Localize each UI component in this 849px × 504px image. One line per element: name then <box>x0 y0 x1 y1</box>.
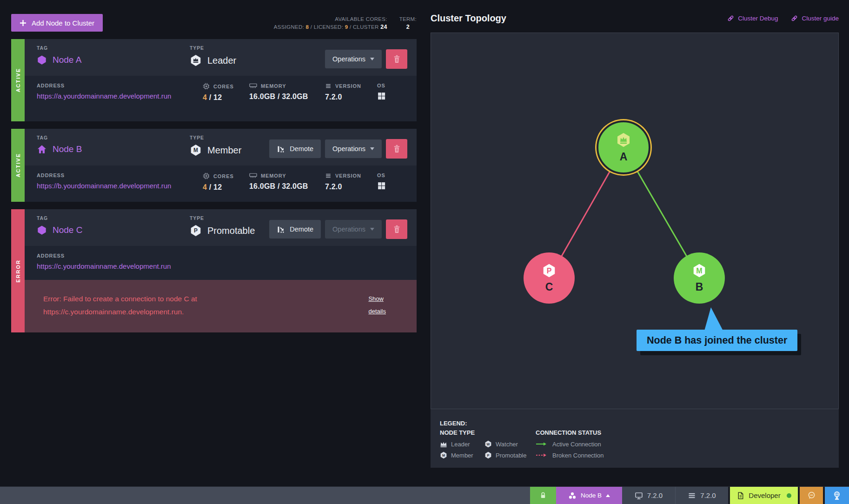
node-card-header: TAG Node C TYPE P P <box>25 209 417 246</box>
demote-icon <box>277 145 285 153</box>
cluster-debug-link[interactable]: Cluster Debug <box>727 15 778 22</box>
legend-item-promotable: P Promotable <box>484 451 526 459</box>
node-card-a: ACTIVE TAG Node A TYPE <box>11 39 417 121</box>
node-type: Promotable <box>207 225 255 236</box>
delete-node-button[interactable] <box>386 49 407 69</box>
version-value: 7.2.0 <box>325 93 377 101</box>
license-indicator[interactable]: Developer <box>730 487 798 504</box>
tag-column: TAG Node B <box>37 135 190 154</box>
term-summary: TERM: 2 <box>399 15 417 31</box>
server-version-indicator[interactable]: 7.2.0 <box>675 487 728 504</box>
topology-legend: LEGEND: NODE TYPE Leader W Watcher <box>431 409 839 468</box>
broken-connection-arrow-icon <box>536 453 547 458</box>
demote-button[interactable]: Demote <box>269 139 321 158</box>
cores-value: 4 / 12 <box>203 93 249 102</box>
cores-summary: AVAILABLE CORES: ASSIGNED: 8 / LICENSED:… <box>274 15 417 31</box>
show-details-line2: details <box>368 305 386 318</box>
type-label: TYPE <box>190 45 325 51</box>
legend-leader-label: Leader <box>451 441 470 448</box>
home-tag-icon <box>37 144 47 154</box>
remote-access-button[interactable] <box>825 487 849 504</box>
address-column: ADDRESS https://b.yourdomainname.develop… <box>37 172 203 192</box>
error-message: Error: Failed to create a connection to … <box>43 292 197 318</box>
operations-button[interactable]: Operations <box>325 50 382 68</box>
cluster-debug-label: Cluster Debug <box>738 15 778 22</box>
link-icon <box>791 15 798 22</box>
legend-promotable-label: Promotable <box>496 452 526 459</box>
cores-column: CORES 4 / 12 <box>203 83 249 102</box>
cpu-icon <box>203 172 210 179</box>
security-lock-button[interactable] <box>530 487 556 504</box>
show-details-link[interactable]: Show details <box>368 292 386 318</box>
svg-text:P: P <box>547 266 552 275</box>
legend-item-leader: Leader <box>440 441 484 448</box>
cluster-guide-link[interactable]: Cluster guide <box>791 15 839 22</box>
demote-label: Demote <box>290 145 313 153</box>
trash-icon <box>393 55 401 63</box>
globe-user-icon <box>832 491 842 500</box>
node-card-header: TAG Node B TYPE M M <box>25 129 417 166</box>
list-icon <box>688 491 696 500</box>
add-node-button[interactable]: Add Node to Cluster <box>11 14 103 32</box>
node-address-link[interactable]: https://a.yourdomainname.development.run <box>37 92 171 100</box>
node-name: Node A <box>53 55 81 65</box>
cores-column: CORES 4 / 12 <box>203 172 249 192</box>
version-value: 7.2.0 <box>325 183 377 191</box>
status-label: ACTIVE <box>15 68 21 92</box>
topology-node-a[interactable]: A <box>597 120 650 174</box>
available-cores-label: AVAILABLE CORES: <box>274 15 387 23</box>
display-version-indicator[interactable]: 7.2.0 <box>622 487 675 504</box>
term-value: 2 <box>399 23 417 31</box>
watcher-hexagon-icon: W <box>484 440 492 448</box>
node-selector-label: Node B <box>581 492 602 499</box>
cluster-label: / CLUSTER <box>350 24 379 30</box>
node-name: Node B <box>53 144 82 154</box>
operations-label: Operations <box>332 145 365 153</box>
assigned-label: ASSIGNED: <box>274 24 304 30</box>
legend-item-watcher: W Watcher <box>484 440 518 448</box>
node-selector-button[interactable]: Node B <box>556 487 622 504</box>
type-label: TYPE <box>190 135 269 140</box>
node-card-content: TAG Node C TYPE P P <box>25 209 417 332</box>
delete-node-button[interactable] <box>386 219 407 239</box>
memory-column: MEMORY 16.0GB / 32.0GB <box>249 83 325 102</box>
support-button[interactable] <box>800 487 823 504</box>
os-column: OS <box>377 83 386 102</box>
operations-button-disabled[interactable]: Operations <box>325 220 382 239</box>
chevron-down-icon <box>370 228 374 231</box>
plus-icon <box>20 20 27 27</box>
topology-header: Cluster Topology Cluster Debug <box>431 10 839 26</box>
operations-button[interactable]: Operations <box>325 139 382 158</box>
topology-node-b[interactable]: M B <box>674 252 725 304</box>
memory-icon <box>249 83 257 89</box>
memory-column: MEMORY 16.0GB / 32.0GB <box>249 172 325 192</box>
tag-column: TAG Node C <box>37 215 190 236</box>
type-column: TYPE P Promotable <box>190 215 269 237</box>
status-bar: Node B 7.2.0 7.2.0 Developer <box>0 486 849 504</box>
node-address-link[interactable]: https://b.yourdomainname.development.run <box>37 182 171 190</box>
tag-label: TAG <box>37 135 190 140</box>
svg-text:P: P <box>194 227 198 234</box>
legend-item-broken-connection: Broken Connection <box>536 451 604 459</box>
chevron-down-icon <box>370 147 374 150</box>
licensed-label: / LICENSED: <box>311 24 343 30</box>
svg-text:M: M <box>696 266 702 275</box>
assigned-value: 8 <box>306 24 309 30</box>
lock-icon <box>539 491 547 499</box>
address-column: ADDRESS https://c.yourdomainname.develop… <box>37 253 203 271</box>
legend-member-label: Member <box>451 452 473 459</box>
delete-node-button[interactable] <box>386 139 407 159</box>
node-address-link[interactable]: https://c.yourdomainname.development.run <box>37 262 171 270</box>
os-label: OS <box>377 172 385 178</box>
node-card-b: ACTIVE TAG Node B TYPE <box>11 129 417 202</box>
node-actions: Demote Operations <box>269 139 407 159</box>
topology-links: Cluster Debug Cluster guide <box>727 15 839 22</box>
topology-node-c[interactable]: P C <box>524 252 575 304</box>
license-status-dot <box>787 493 791 498</box>
demote-button[interactable]: Demote <box>269 220 321 239</box>
add-node-label: Add Node to Cluster <box>32 19 94 27</box>
leader-hexagon-icon <box>190 54 202 66</box>
display-version-label: 7.2.0 <box>647 491 663 499</box>
operations-label: Operations <box>332 225 365 233</box>
legend-broken-label: Broken Connection <box>552 452 604 459</box>
